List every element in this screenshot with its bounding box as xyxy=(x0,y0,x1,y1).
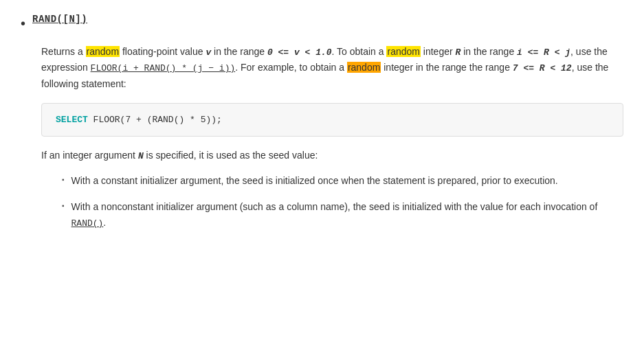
sub-bullet-square-2: ▪ xyxy=(62,202,65,209)
bullet-dot: • xyxy=(21,14,25,33)
para1-in-range: in the range xyxy=(460,46,517,57)
sub-bullets: ▪ With a constant initializer argument, … xyxy=(62,173,623,231)
description-para1: Returns a random floating-point value v … xyxy=(41,44,623,92)
code-block: SELECT FLOOR(7 + (RAND() * 5)); xyxy=(41,103,623,137)
para1-after-random3: integer in the range the range xyxy=(381,62,512,73)
para1-after-range: . To obtain a xyxy=(332,46,387,57)
sub-bullet-square-1: ▪ xyxy=(62,176,65,183)
sub-bullet-item-2: ▪ With a nonconstant initializer argumen… xyxy=(62,199,623,231)
range2-code: 7 <= R < 12 xyxy=(513,63,572,73)
para1-after-random1: floating-point value xyxy=(120,46,206,57)
highlight-random2: random xyxy=(386,46,420,57)
sub-bullet-text-2: With a nonconstant initializer argument … xyxy=(71,199,623,231)
seed-intro-rest: is specified, it is used as the seed val… xyxy=(144,150,318,161)
para1-mid: in the range xyxy=(211,46,267,57)
range1-code: 0 <= v < 1.0 xyxy=(267,47,332,58)
code-space: FLOOR(7 + (RAND() * 5)); xyxy=(88,115,222,125)
highlight-random3: random xyxy=(347,62,381,73)
func-signature: RAND([N]) xyxy=(32,14,87,25)
seed-section: If an integer argument N is specified, i… xyxy=(41,148,623,163)
highlight-random1: random xyxy=(86,46,120,57)
para1-after-random2: integer xyxy=(421,46,456,57)
n-var: N xyxy=(138,151,144,161)
para1-end: . For example, to obtain a xyxy=(235,62,347,73)
seed-intro-text: If an integer argument xyxy=(41,150,138,161)
code-select-keyword: SELECT xyxy=(56,115,88,125)
description-block: Returns a random floating-point value v … xyxy=(41,44,623,231)
sub-bullet-text-1: With a constant initializer argument, th… xyxy=(71,173,623,189)
ij-code: i <= R < j xyxy=(517,47,570,58)
rand-invocation-code: RAND() xyxy=(71,218,104,229)
sub-bullet-item-1: ▪ With a constant initializer argument, … xyxy=(62,173,623,189)
main-content: • RAND([N]) Returns a random floating-po… xyxy=(21,14,623,231)
seed-intro-para: If an integer argument N is specified, i… xyxy=(41,148,623,163)
bullet-item-rand: • RAND([N]) xyxy=(21,14,623,33)
floor-expr: FLOOR(i + RAND() * (j − i)) xyxy=(91,63,236,73)
para1-before-random1: Returns a xyxy=(41,46,86,57)
